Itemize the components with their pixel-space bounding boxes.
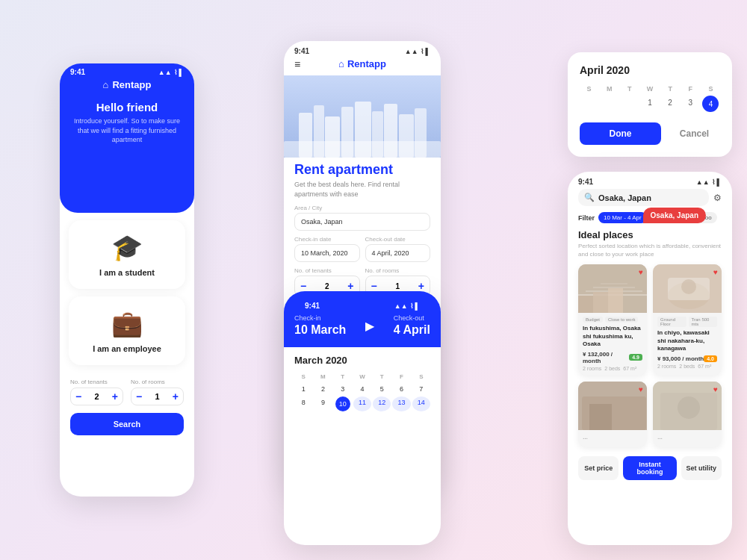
day-13-3[interactable]: 13 — [392, 396, 410, 411]
tenants-minus-1[interactable]: − — [75, 391, 81, 402]
place-info-3: … — [578, 430, 647, 447]
employee-icon: 💼 — [76, 308, 178, 338]
done-button[interactable]: Done — [580, 122, 661, 145]
wifi-icon-3: ⌇ — [410, 302, 413, 310]
heart-4[interactable]: ♥ — [713, 385, 718, 393]
meta-rooms-2: 2 rooms — [657, 364, 676, 369]
svg-point-28 — [678, 396, 700, 419]
employee-label: I am an employee — [76, 344, 178, 353]
w-day-2[interactable]: 2 — [661, 96, 680, 112]
checkout-label-3: Check-out — [394, 314, 430, 322]
svg-point-22 — [681, 279, 696, 294]
heart-3[interactable]: ♥ — [639, 385, 643, 393]
place-card-2[interactable]: ♥ Ground Floor Tran 500 mts In chiyo, ka… — [653, 264, 722, 375]
battery-icon-4: ▌ — [717, 178, 722, 186]
w-day-4[interactable]: 4 — [702, 96, 719, 112]
place-image-2: ♥ — [653, 264, 722, 313]
w-day-1[interactable]: 1 — [640, 96, 659, 112]
place-card-1[interactable]: ♥ Budget Close to work In fukushima, Osa… — [578, 264, 647, 375]
place-card-4[interactable]: ♥ … — [653, 382, 722, 447]
day-9-3[interactable]: 9 — [314, 396, 332, 411]
day-8-3[interactable]: 8 — [294, 396, 312, 411]
area-input[interactable]: Osaka, Japan — [294, 213, 430, 231]
day-12-3[interactable]: 12 — [373, 396, 391, 411]
wifi-icon-4: ⌇ — [712, 178, 715, 186]
arrow-icon: ▶ — [365, 319, 374, 333]
day-10-3[interactable]: 10 — [335, 396, 350, 411]
w-day-3[interactable]: 3 — [681, 96, 700, 112]
rooms-minus-1[interactable]: − — [136, 391, 142, 402]
tenants-plus-1[interactable]: + — [112, 391, 118, 402]
place-meta-2: 2 rooms 2 beds 67 m² — [657, 364, 717, 369]
search-button-1[interactable]: Search — [70, 413, 184, 435]
meta-area-2: 67 m² — [698, 364, 711, 369]
filter-label-4: Filter — [578, 214, 595, 222]
day-3-3[interactable]: 3 — [334, 383, 352, 395]
heart-1[interactable]: ♥ — [639, 268, 643, 276]
instant-booking-button[interactable]: Instant booking — [623, 456, 676, 480]
day-7-3[interactable]: 7 — [412, 383, 430, 395]
tenants-stepper-1: − 2 + — [70, 388, 123, 405]
heart-2[interactable]: ♥ — [713, 268, 718, 276]
tenants-plus-2[interactable]: + — [347, 280, 353, 292]
day-14-3[interactable]: 14 — [412, 396, 430, 411]
tag-ground: Ground Floor — [657, 317, 686, 327]
status-icons-3: ▲▲ ⌇ ▌ — [394, 302, 420, 310]
day-5-3[interactable]: 5 — [373, 383, 391, 395]
checkout-date-3: 4 April — [394, 323, 430, 337]
checkout-label-2: Check-out date — [365, 236, 431, 243]
rooms-plus-1[interactable]: + — [173, 391, 179, 402]
day-4-3[interactable]: 4 — [353, 383, 371, 395]
hello-title: Hello friend — [60, 101, 194, 113]
checkin-input-2[interactable]: 10 March, 2020 — [294, 244, 360, 262]
place-name-3: … — [583, 434, 642, 441]
status-icons-1: ▲▲ ⌇ ▌ — [158, 69, 184, 76]
tenants-minus-2[interactable]: − — [300, 280, 306, 292]
rooms-value-1: 1 — [155, 392, 159, 401]
search-value-4: Osaka, Japan — [598, 193, 651, 202]
place-tags-1: Budget Close to work — [583, 317, 642, 323]
employee-card[interactable]: 💼 I am an employee — [69, 296, 185, 365]
checkout-input-2[interactable]: 4 April, 2020 — [365, 244, 431, 262]
area-field: Area / City Osaka, Japan — [294, 205, 430, 231]
meta-area-1: 67 m² — [623, 366, 636, 371]
calendar-body-3: March 2020 S M T W T F S 1 2 3 4 5 6 7 8… — [284, 347, 441, 419]
set-utility-button[interactable]: Set utility — [681, 456, 722, 480]
status-icons-4: ▲▲ ⌇ ▌ — [696, 178, 722, 186]
day-6-3[interactable]: 6 — [392, 383, 410, 395]
w-hdr-w: W — [640, 84, 659, 94]
w-hdr-s: S — [580, 84, 598, 94]
brand-2: ⌂ Rentapp — [338, 58, 386, 69]
filter-chip-dates[interactable]: 10 Mar - 4 Apr — [598, 212, 647, 223]
top-nav-2: ≡ ⌂ Rentapp — [284, 58, 441, 75]
rooms-plus-2[interactable]: + — [418, 280, 424, 292]
search-input-wrap[interactable]: 🔍 Osaka, Japan — [578, 189, 709, 206]
cal-widget-btns: Done Cancel — [580, 122, 720, 145]
tenants-label-2: No. of tenants — [294, 267, 360, 274]
cal-hdr-s2: S — [412, 372, 430, 382]
place-card-3[interactable]: ♥ … — [578, 382, 647, 447]
meta-beds-1: 2 beds — [604, 366, 620, 371]
calendar-widget: April 2020 S M T W T F S 1 2 3 4 Done Ca… — [568, 52, 732, 157]
set-price-button[interactable]: Set price — [578, 456, 619, 480]
cancel-button[interactable]: Cancel — [669, 122, 720, 145]
date-fields-row: Check-in date 10 March, 2020 Check-out d… — [294, 236, 430, 267]
rent-text: Rent — [294, 162, 324, 177]
rooms-minus-2[interactable]: − — [371, 280, 377, 292]
day-2-3[interactable]: 2 — [314, 383, 332, 395]
day-1-3[interactable]: 1 — [294, 383, 312, 395]
house-icon-2: ⌂ — [338, 58, 344, 69]
day-11-3[interactable]: 11 — [353, 396, 371, 411]
filter-icon-4[interactable]: ⚙ — [713, 193, 722, 203]
place-name-4: … — [657, 434, 717, 441]
hello-subtitle: Introduce yourself. So to make sure that… — [60, 113, 194, 148]
menu-icon-2[interactable]: ≡ — [294, 58, 300, 70]
place-info-2: Ground Floor Tran 500 mts In chiyo, kawa… — [653, 313, 722, 373]
rooms-label-1: No. of rooms — [131, 379, 184, 385]
student-card[interactable]: 🎓 I am a student — [69, 220, 185, 289]
time-3: 9:41 — [305, 302, 320, 310]
w-day-empty1 — [580, 96, 598, 112]
cal-grid-3: S M T W T F S 1 2 3 4 5 6 7 8 9 10 11 12… — [294, 372, 430, 411]
status-bar-3: 9:41 ▲▲ ⌇ ▌ — [294, 299, 430, 314]
place-name-2: In chiyo, kawasaki shi nakahara-ku, kana… — [657, 329, 717, 352]
